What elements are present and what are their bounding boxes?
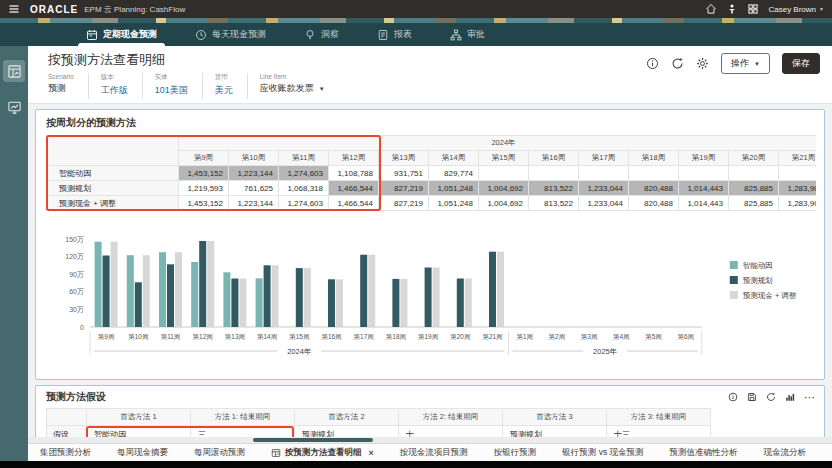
chart-bar [223, 272, 230, 327]
nav-tab-daily-cash-forecast[interactable]: 每天现金预测 [193, 23, 268, 46]
nav-tab-approvals[interactable]: 审批 [448, 23, 487, 46]
grid-cell[interactable]: 829,774 [429, 166, 479, 181]
hamburger-menu-icon[interactable] [8, 3, 20, 15]
grid-cell[interactable]: 1,223,144 [229, 196, 279, 211]
apps-grid-icon[interactable] [747, 3, 759, 15]
bottom-tab-6[interactable]: 银行预测 vs 现金预测 [562, 447, 643, 459]
grid-cell[interactable]: 1,068,318 [279, 181, 329, 196]
grid-cell[interactable]: 1,233,044 [579, 196, 629, 211]
scrollbar-thumb[interactable] [253, 438, 373, 442]
grid-cell[interactable]: 825,885 [729, 181, 779, 196]
bottom-tab-5[interactable]: 按银行预测 [494, 447, 537, 459]
grid-cell[interactable] [529, 166, 579, 181]
bottom-tab-1[interactable]: 每周现金摘要 [117, 447, 168, 459]
grid-cell[interactable]: 1,051,248 [429, 181, 479, 196]
report-document-icon [377, 29, 389, 41]
nav-tab-reports[interactable]: 报表 [375, 23, 414, 46]
info-icon[interactable] [728, 392, 738, 402]
nav-tab-insights[interactable]: 洞察 [302, 23, 341, 46]
grid-cell[interactable]: 1,274,603 [279, 196, 329, 211]
main-navbar: 定期现金预测 每天现金预测 洞察 报表 审批 [0, 23, 832, 46]
grid-cell[interactable]: 1,466,544 [329, 181, 379, 196]
save-button[interactable]: 保存 [782, 53, 820, 74]
grid-cell[interactable]: 1,108,788 [329, 166, 379, 181]
chart-bar [135, 282, 142, 327]
close-tab-icon[interactable]: × [369, 448, 374, 458]
svg-text:第2周: 第2周 [549, 333, 566, 340]
grid-week-header: 第19周 [679, 151, 729, 166]
info-icon[interactable] [646, 57, 659, 70]
grid-cell[interactable]: 820,488 [629, 181, 679, 196]
accessibility-person-icon[interactable] [726, 3, 738, 15]
pov-item-1[interactable]: 版本 工作版 [101, 73, 143, 99]
grid-cell[interactable]: 1,233,044 [579, 181, 629, 196]
bottom-tab-4[interactable]: 按现金流项目预测 [400, 447, 468, 459]
grid-cell[interactable]: 1,274,603 [279, 166, 329, 181]
pov-item-0[interactable]: Scenario 预测 [48, 73, 89, 99]
settings-gear-icon[interactable] [696, 57, 709, 70]
grid-cell[interactable]: 825,885 [729, 196, 779, 211]
grid-cell[interactable]: 931,751 [379, 166, 429, 181]
nav-tab-periodic-cash-forecast[interactable]: 定期现金预测 [84, 23, 159, 46]
chart-icon[interactable] [785, 392, 795, 402]
grid-cell[interactable] [629, 166, 679, 181]
user-menu[interactable]: Casey Brown ▼ [768, 5, 824, 14]
bottom-tab-bar: 集团预测分析每周现金摘要每周滚动预测按预测方法查看明细×按现金流项目预测按银行预… [28, 443, 832, 461]
pov-item-2[interactable]: 实体 101美国 [155, 73, 203, 99]
grid-cell[interactable]: 1,004,692 [479, 181, 529, 196]
grid-cell[interactable] [579, 166, 629, 181]
pov-item-4[interactable]: Line Item 应收账款发票▼ [260, 73, 339, 99]
grid-cell[interactable]: 813,522 [529, 196, 579, 211]
assume-cell[interactable]: 智能动因 [87, 426, 191, 438]
grid-cell[interactable] [479, 166, 529, 181]
bottom-tab-label: 预测值准确性分析 [670, 447, 738, 459]
grid-cell[interactable]: 1,283,904 [779, 196, 817, 211]
home-icon[interactable] [705, 3, 717, 15]
grid-cell[interactable]: 1,453,152 [179, 196, 229, 211]
chart-bar [465, 279, 472, 328]
actions-button[interactable]: 操作 ▼ [721, 53, 770, 74]
grid-cell[interactable] [679, 166, 729, 181]
save-icon[interactable] [747, 392, 757, 402]
chart-bar [360, 255, 367, 327]
assume-column-header: 首选方法 1 [87, 409, 191, 426]
grid-cell[interactable]: 820,488 [629, 196, 679, 211]
assume-cell[interactable]: 三 [191, 426, 295, 438]
sidebar-item-forms[interactable] [3, 60, 25, 82]
bottom-tab-0[interactable]: 集团预测分析 [40, 447, 91, 459]
grid-cell[interactable]: 1,466,544 [329, 196, 379, 211]
assume-cell[interactable]: 预测规划 [295, 426, 399, 438]
bottom-tab-7[interactable]: 预测值准确性分析 [670, 447, 738, 459]
grid-cell[interactable]: 1,453,152 [179, 166, 229, 181]
assume-cell[interactable]: 预测规划 [503, 426, 607, 438]
assume-cell[interactable]: 十 [399, 426, 503, 438]
bottom-tab-3[interactable]: 按预测方法查看明细× [271, 447, 374, 459]
chart-bar [336, 279, 343, 327]
assume-corner-cell [47, 409, 87, 426]
refresh-icon[interactable] [766, 392, 776, 402]
grid-cell[interactable]: 1,014,443 [679, 196, 729, 211]
bottom-tab-8[interactable]: 现金流分析 [764, 447, 807, 459]
refresh-icon[interactable] [671, 57, 684, 70]
bottom-tab-2[interactable]: 每周滚动预测 [194, 447, 245, 459]
grid-cell[interactable]: 761,625 [229, 181, 279, 196]
grid-cell[interactable]: 1,283,904 [779, 181, 817, 196]
monitor-chart-icon [7, 100, 22, 115]
grid-cell[interactable] [779, 166, 817, 181]
grid-cell[interactable]: 1,219,593 [179, 181, 229, 196]
grid-cell[interactable]: 1,004,692 [479, 196, 529, 211]
assume-cell[interactable]: 十三 [607, 426, 711, 438]
grid-cell[interactable] [729, 166, 779, 181]
grid-cell[interactable]: 827,219 [379, 196, 429, 211]
more-options-icon[interactable]: ⋯ [804, 393, 816, 401]
pov-item-3[interactable]: 货币 美元 [215, 73, 248, 99]
grid-cell[interactable]: 827,219 [379, 181, 429, 196]
grid-cell[interactable]: 1,223,144 [229, 166, 279, 181]
svg-text:第16周: 第16周 [321, 333, 341, 340]
svg-text:第10周: 第10周 [128, 333, 148, 340]
grid-cell[interactable]: 1,014,443 [679, 181, 729, 196]
bottom-tab-label: 集团预测分析 [40, 447, 91, 459]
grid-cell[interactable]: 1,051,248 [429, 196, 479, 211]
sidebar-item-analytics[interactable] [3, 96, 25, 118]
grid-cell[interactable]: 813,522 [529, 181, 579, 196]
